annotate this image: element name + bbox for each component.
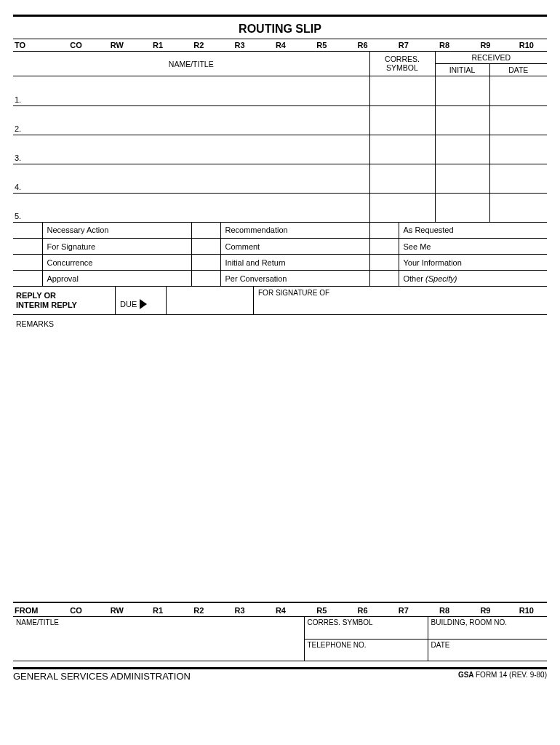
- from-r9: R9: [465, 605, 505, 617]
- from-r6: R6: [342, 605, 383, 617]
- row-1-corres[interactable]: [369, 76, 435, 105]
- row-3-initial[interactable]: [435, 135, 489, 164]
- row-2-initial[interactable]: [435, 105, 489, 135]
- from-r7: R7: [383, 605, 424, 617]
- col-r7: R7: [383, 39, 424, 52]
- chk-for-signature: For Signature: [42, 239, 191, 255]
- from-top-rule: [13, 602, 547, 603]
- table-row: 4.: [13, 164, 547, 193]
- chk-as-requested: As Requested: [399, 223, 547, 239]
- from-r2: R2: [178, 605, 219, 617]
- from-rw: RW: [97, 605, 137, 617]
- col-co: CO: [55, 39, 96, 52]
- row-1-num: 1.: [13, 76, 369, 105]
- footer-agency: GENERAL SERVICES ADMINISTRATION: [13, 671, 191, 682]
- reply-row: REPLY ORINTERIM REPLY DUE FOR SIGNATURE …: [13, 287, 547, 315]
- hdr-name-title: NAME/TITLE: [13, 52, 369, 76]
- hdr-received: RECEIVED: [435, 52, 547, 64]
- row-4-date[interactable]: [489, 164, 547, 193]
- row-2-date[interactable]: [489, 105, 547, 135]
- from-r8: R8: [424, 605, 465, 617]
- row-5-num: 5.: [13, 193, 369, 222]
- from-co: CO: [55, 605, 96, 617]
- row-4-initial[interactable]: [435, 164, 489, 193]
- from-r3: R3: [220, 605, 260, 617]
- signature-block[interactable]: FOR SIGNATURE OF: [253, 287, 547, 314]
- chk-initial-return: Initial and Return: [220, 255, 369, 271]
- row-3-date[interactable]: [489, 135, 547, 164]
- due-label: DUE: [120, 300, 137, 308]
- chk-for-signature-box[interactable]: [13, 239, 42, 255]
- table-row: 2.: [13, 105, 547, 135]
- sub-header-table: NAME/TITLE CORRES. SYMBOL RECEIVED INITI…: [13, 52, 547, 76]
- form-title: ROUTING SLIP: [13, 18, 547, 39]
- due-block: DUE: [115, 287, 166, 314]
- col-to: TO: [13, 39, 55, 52]
- col-r5: R5: [301, 39, 342, 52]
- row-4-corres[interactable]: [369, 164, 435, 193]
- chk-comment-box[interactable]: [191, 239, 220, 255]
- chk-your-information: Your Information: [399, 255, 547, 271]
- chk-concurrence: Concurrence: [42, 255, 191, 271]
- chk-see-me-box[interactable]: [369, 239, 399, 255]
- chk-per-conversation: Per Conversation: [220, 271, 369, 287]
- col-r8: R8: [424, 39, 465, 52]
- col-rw: RW: [97, 39, 137, 52]
- to-header-table: TO CO RW R1 R2 R3 R4 R5 R6 R7 R8 R9 R10: [13, 39, 547, 52]
- from-grid: NAME/TITLE CORRES. SYMBOL BUILDING, ROOM…: [13, 617, 547, 661]
- from-date[interactable]: DATE: [428, 639, 547, 661]
- row-5-corres[interactable]: [369, 193, 435, 222]
- from-building-room[interactable]: BUILDING, ROOM NO.: [428, 617, 547, 639]
- routing-rows: 1. 2. 3. 4. 5.: [13, 76, 547, 223]
- row-4-num: 4.: [13, 164, 369, 193]
- col-r4: R4: [260, 39, 301, 52]
- for-signature-of-label: FOR SIGNATURE OF: [258, 289, 329, 297]
- col-r10: R10: [506, 39, 547, 52]
- col-r1: R1: [137, 39, 178, 52]
- row-5-initial[interactable]: [435, 193, 489, 222]
- remarks-label: REMARKS: [13, 315, 547, 332]
- row-2-num: 2.: [13, 105, 369, 135]
- chk-necessary-action-box[interactable]: [13, 223, 42, 239]
- chk-other-box[interactable]: [369, 271, 399, 287]
- from-col: FROM: [13, 605, 55, 617]
- from-r5: R5: [301, 605, 342, 617]
- table-row: 5.: [13, 193, 547, 222]
- chk-necessary-action: Necessary Action: [42, 223, 191, 239]
- top-rule: [13, 15, 547, 17]
- chk-initial-return-box[interactable]: [191, 255, 220, 271]
- remarks-area[interactable]: [13, 332, 547, 602]
- row-1-date[interactable]: [489, 76, 547, 105]
- hdr-date: DATE: [489, 64, 547, 76]
- from-name-title[interactable]: NAME/TITLE: [13, 617, 304, 661]
- chk-comment: Comment: [220, 239, 369, 255]
- hdr-corres-symbol: CORRES. SYMBOL: [369, 52, 435, 76]
- action-checkbox-grid: Necessary Action Recommendation As Reque…: [13, 223, 547, 287]
- from-r1: R1: [137, 605, 178, 617]
- chk-recommendation-box[interactable]: [191, 223, 220, 239]
- chk-per-conversation-box[interactable]: [191, 271, 220, 287]
- due-date-field[interactable]: [166, 287, 253, 314]
- chk-approval: Approval: [42, 271, 191, 287]
- from-corres-symbol[interactable]: CORRES. SYMBOL: [304, 617, 428, 639]
- row-2-corres[interactable]: [369, 105, 435, 135]
- chk-concurrence-box[interactable]: [13, 255, 42, 271]
- footer-form-id: GSA FORM 14 (REV. 9-80): [458, 671, 547, 682]
- chk-see-me: See Me: [399, 239, 547, 255]
- row-1-initial[interactable]: [435, 76, 489, 105]
- from-r4: R4: [260, 605, 301, 617]
- reply-label: REPLY ORINTERIM REPLY: [13, 287, 115, 314]
- chk-other: Other (Specify): [399, 271, 547, 287]
- from-header-table: FROM CO RW R1 R2 R3 R4 R5 R6 R7 R8 R9 R1…: [13, 605, 547, 617]
- chk-your-information-box[interactable]: [369, 255, 399, 271]
- footer: GENERAL SERVICES ADMINISTRATION GSA FORM…: [13, 669, 547, 682]
- table-row: 1.: [13, 76, 547, 105]
- chk-approval-box[interactable]: [13, 271, 42, 287]
- table-row: 3.: [13, 135, 547, 164]
- col-r6: R6: [342, 39, 383, 52]
- chk-as-requested-box[interactable]: [369, 223, 399, 239]
- triangle-right-icon: [140, 299, 147, 309]
- row-5-date[interactable]: [489, 193, 547, 222]
- from-telephone[interactable]: TELEPHONE NO.: [304, 639, 428, 661]
- row-3-corres[interactable]: [369, 135, 435, 164]
